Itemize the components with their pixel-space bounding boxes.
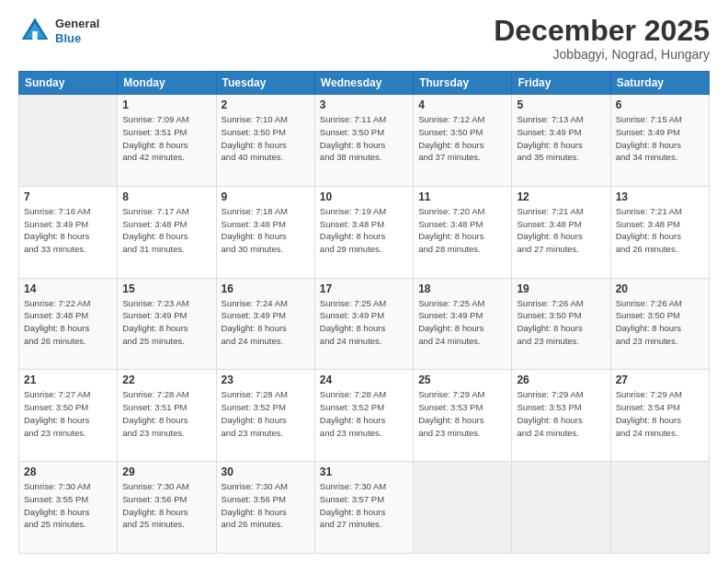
day-cell: 6Sunrise: 7:15 AMSunset: 3:49 PMDaylight… [610,95,709,187]
day-number: 25 [418,373,506,386]
day-info: Sunrise: 7:30 AMSunset: 3:57 PMDaylight:… [320,480,408,531]
day-number: 21 [24,373,112,386]
logo-icon [18,15,51,48]
day-number: 4 [418,98,506,111]
weekday-header-row: SundayMondayTuesdayWednesdayThursdayFrid… [19,72,710,95]
day-info: Sunrise: 7:24 AMSunset: 3:49 PMDaylight:… [222,297,310,348]
day-cell: 2Sunrise: 7:10 AMSunset: 3:50 PMDaylight… [216,95,314,187]
day-info: Sunrise: 7:28 AMSunset: 3:52 PMDaylight:… [320,388,408,439]
week-row-2: 7Sunrise: 7:16 AMSunset: 3:49 PMDaylight… [19,186,710,278]
day-number: 28 [24,465,112,478]
week-row-1: 1Sunrise: 7:09 AMSunset: 3:51 PMDaylight… [19,95,710,187]
logo: General Blue [18,15,99,48]
day-number: 27 [616,373,704,386]
day-number: 10 [320,190,408,203]
day-info: Sunrise: 7:21 AMSunset: 3:48 PMDaylight:… [517,205,605,256]
day-info: Sunrise: 7:26 AMSunset: 3:50 PMDaylight:… [616,297,704,348]
day-number: 8 [122,190,210,203]
day-cell [512,462,610,554]
day-info: Sunrise: 7:16 AMSunset: 3:49 PMDaylight:… [24,205,112,256]
day-number: 3 [320,98,408,111]
day-cell: 17Sunrise: 7:25 AMSunset: 3:49 PMDayligh… [314,278,413,370]
day-info: Sunrise: 7:29 AMSunset: 3:54 PMDaylight:… [616,388,704,439]
day-info: Sunrise: 7:26 AMSunset: 3:50 PMDaylight:… [517,297,605,348]
day-number: 22 [122,373,210,386]
logo-general: General [55,17,99,31]
day-cell [414,462,512,554]
day-cell: 16Sunrise: 7:24 AMSunset: 3:49 PMDayligh… [216,278,314,370]
day-cell: 23Sunrise: 7:28 AMSunset: 3:52 PMDayligh… [216,370,314,462]
day-cell: 7Sunrise: 7:16 AMSunset: 3:49 PMDaylight… [19,186,118,278]
weekday-header-monday: Monday [118,72,216,95]
day-info: Sunrise: 7:12 AMSunset: 3:50 PMDaylight:… [418,113,506,164]
day-number: 11 [418,190,506,203]
day-cell: 30Sunrise: 7:30 AMSunset: 3:56 PMDayligh… [216,462,314,554]
weekday-header-sunday: Sunday [19,72,118,95]
day-cell: 21Sunrise: 7:27 AMSunset: 3:50 PMDayligh… [19,370,118,462]
day-info: Sunrise: 7:15 AMSunset: 3:49 PMDaylight:… [616,113,704,164]
week-row-3: 14Sunrise: 7:22 AMSunset: 3:48 PMDayligh… [19,278,710,370]
day-cell: 28Sunrise: 7:30 AMSunset: 3:55 PMDayligh… [19,462,118,554]
title-block: December 2025 Jobbagyi, Nograd, Hungary [494,15,710,62]
day-number: 26 [517,373,605,386]
day-info: Sunrise: 7:27 AMSunset: 3:50 PMDaylight:… [24,388,112,439]
day-cell: 24Sunrise: 7:28 AMSunset: 3:52 PMDayligh… [314,370,413,462]
day-number: 7 [24,190,112,203]
day-info: Sunrise: 7:20 AMSunset: 3:48 PMDaylight:… [418,205,506,256]
day-info: Sunrise: 7:25 AMSunset: 3:49 PMDaylight:… [320,297,408,348]
day-number: 31 [320,465,408,478]
weekday-header-wednesday: Wednesday [314,72,413,95]
day-number: 20 [616,282,704,295]
day-cell: 4Sunrise: 7:12 AMSunset: 3:50 PMDaylight… [414,95,512,187]
day-cell: 11Sunrise: 7:20 AMSunset: 3:48 PMDayligh… [414,186,512,278]
calendar-body: 1Sunrise: 7:09 AMSunset: 3:51 PMDaylight… [19,95,710,554]
day-cell: 10Sunrise: 7:19 AMSunset: 3:48 PMDayligh… [314,186,413,278]
day-info: Sunrise: 7:29 AMSunset: 3:53 PMDaylight:… [418,388,506,439]
day-number: 15 [122,282,210,295]
day-info: Sunrise: 7:28 AMSunset: 3:52 PMDaylight:… [222,388,310,439]
day-cell: 8Sunrise: 7:17 AMSunset: 3:48 PMDaylight… [118,186,216,278]
day-info: Sunrise: 7:18 AMSunset: 3:48 PMDaylight:… [222,205,310,256]
weekday-header-saturday: Saturday [610,72,709,95]
day-number: 9 [222,190,310,203]
day-info: Sunrise: 7:30 AMSunset: 3:56 PMDaylight:… [122,480,210,531]
day-cell: 12Sunrise: 7:21 AMSunset: 3:48 PMDayligh… [512,186,610,278]
weekday-header-thursday: Thursday [414,72,512,95]
day-info: Sunrise: 7:11 AMSunset: 3:50 PMDaylight:… [320,113,408,164]
day-cell: 20Sunrise: 7:26 AMSunset: 3:50 PMDayligh… [610,278,709,370]
day-info: Sunrise: 7:25 AMSunset: 3:49 PMDaylight:… [418,297,506,348]
day-number: 19 [517,282,605,295]
day-cell: 9Sunrise: 7:18 AMSunset: 3:48 PMDaylight… [216,186,314,278]
day-number: 30 [222,465,310,478]
day-number: 1 [122,98,210,111]
day-cell: 3Sunrise: 7:11 AMSunset: 3:50 PMDaylight… [314,95,413,187]
day-number: 5 [517,98,605,111]
day-info: Sunrise: 7:29 AMSunset: 3:53 PMDaylight:… [517,388,605,439]
day-cell: 27Sunrise: 7:29 AMSunset: 3:54 PMDayligh… [610,370,709,462]
calendar-table: SundayMondayTuesdayWednesdayThursdayFrid… [18,71,710,554]
day-info: Sunrise: 7:30 AMSunset: 3:56 PMDaylight:… [222,480,310,531]
day-number: 24 [320,373,408,386]
day-cell: 22Sunrise: 7:28 AMSunset: 3:51 PMDayligh… [118,370,216,462]
day-info: Sunrise: 7:30 AMSunset: 3:55 PMDaylight:… [24,480,112,531]
day-number: 16 [222,282,310,295]
month-year-title: December 2025 [494,15,710,47]
weekday-header-friday: Friday [512,72,610,95]
day-cell: 13Sunrise: 7:21 AMSunset: 3:48 PMDayligh… [610,186,709,278]
day-cell: 5Sunrise: 7:13 AMSunset: 3:49 PMDaylight… [512,95,610,187]
day-number: 23 [222,373,310,386]
day-info: Sunrise: 7:22 AMSunset: 3:48 PMDaylight:… [24,297,112,348]
day-cell: 25Sunrise: 7:29 AMSunset: 3:53 PMDayligh… [414,370,512,462]
logo-blue: Blue [55,31,99,46]
day-number: 18 [418,282,506,295]
calendar-page: General Blue December 2025 Jobbagyi, Nog… [0,0,728,563]
day-number: 17 [320,282,408,295]
day-cell: 19Sunrise: 7:26 AMSunset: 3:50 PMDayligh… [512,278,610,370]
day-number: 13 [616,190,704,203]
day-number: 2 [222,98,310,111]
day-cell: 14Sunrise: 7:22 AMSunset: 3:48 PMDayligh… [19,278,118,370]
day-number: 29 [122,465,210,478]
day-info: Sunrise: 7:13 AMSunset: 3:49 PMDaylight:… [517,113,605,164]
day-cell: 18Sunrise: 7:25 AMSunset: 3:49 PMDayligh… [414,278,512,370]
day-info: Sunrise: 7:17 AMSunset: 3:48 PMDaylight:… [122,205,210,256]
